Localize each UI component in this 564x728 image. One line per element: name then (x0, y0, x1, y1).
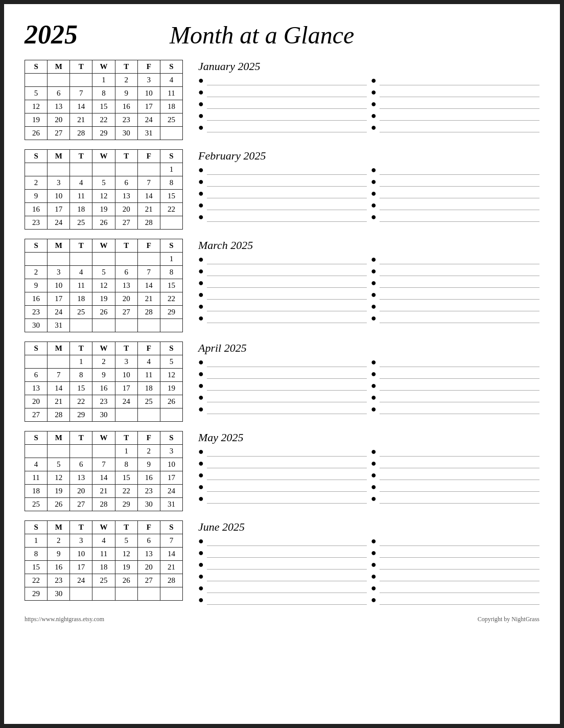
bullet-right: ● (371, 165, 377, 175)
cal-day-cell: 20 (115, 203, 137, 216)
cal-day-cell: 2 (25, 176, 48, 190)
line-segment-left (207, 255, 367, 264)
cal-day-cell: 7 (160, 534, 182, 548)
cal-day-cell: 26 (92, 216, 115, 230)
cal-day-cell: 7 (137, 266, 160, 279)
note-line: ●● (198, 458, 539, 469)
bullet-right: ● (371, 176, 377, 187)
cal-day-cell: 28 (137, 306, 160, 319)
cal-day-cell: 1 (115, 445, 137, 458)
cal-day-cell: 28 (137, 216, 160, 230)
cal-day-cell: 30 (25, 319, 48, 332)
cal-header-cell: T (70, 239, 92, 253)
cal-day-cell: 8 (160, 176, 182, 190)
note-line: ●● (198, 200, 539, 211)
cal-day-cell: 10 (115, 369, 137, 382)
cal-day-cell: 15 (25, 561, 48, 574)
cal-day-cell: 17 (160, 471, 182, 485)
note-line: ●● (198, 75, 539, 86)
cal-day-cell (48, 74, 70, 87)
cal-header-cell: T (70, 521, 92, 534)
bullet-left: ● (198, 212, 204, 222)
year-title: 2025 (25, 19, 78, 50)
note-line: ●● (198, 313, 539, 324)
note-line: ●● (198, 289, 539, 300)
cal-day-cell: 3 (70, 534, 92, 548)
cal-day-cell: 17 (137, 100, 160, 113)
cal-day-cell: 14 (92, 471, 115, 485)
cal-day-cell: 31 (137, 127, 160, 140)
cal-day-cell: 3 (48, 176, 70, 190)
cal-day-cell: 13 (70, 471, 92, 485)
cal-day-cell: 19 (92, 292, 115, 306)
bullet-right: ● (371, 188, 377, 199)
cal-day-cell (115, 587, 137, 601)
cal-day-cell: 7 (92, 458, 115, 471)
cal-day-cell: 19 (160, 382, 182, 395)
line-segment-left (207, 279, 367, 288)
cal-day-cell: 26 (160, 395, 182, 408)
cal-day-cell: 17 (70, 561, 92, 574)
cal-header-cell: F (137, 150, 160, 163)
bullet-left: ● (198, 380, 204, 391)
bullet-right: ● (371, 470, 377, 481)
cal-header-cell: S (25, 60, 48, 74)
cal-day-cell: 18 (70, 292, 92, 306)
note-line: ●● (198, 559, 539, 570)
cal-day-cell: 13 (115, 279, 137, 292)
note-line: ●● (198, 380, 539, 391)
cal-day-cell: 1 (25, 534, 48, 548)
cal-day-cell: 23 (92, 395, 115, 408)
note-line: ●● (198, 176, 539, 187)
cal-day-cell: 23 (115, 113, 137, 127)
line-segment-left (207, 189, 367, 198)
cal-day-cell (25, 355, 48, 369)
bullet-right: ● (371, 289, 377, 300)
bullet-right: ● (371, 571, 377, 582)
note-line: ●● (198, 87, 539, 98)
line-segment-right (380, 393, 539, 402)
cal-day-cell (115, 163, 137, 176)
cal-day-cell: 21 (48, 395, 70, 408)
cal-day-cell: 15 (160, 190, 182, 203)
line-segment-right (380, 314, 539, 323)
bullet-left: ● (198, 548, 204, 558)
cal-day-cell: 23 (25, 306, 48, 319)
cal-day-cell: 30 (92, 408, 115, 422)
cal-day-cell: 14 (70, 100, 92, 113)
note-line: ●● (198, 595, 539, 605)
bullet-right: ● (371, 446, 377, 457)
cal-day-cell: 16 (25, 203, 48, 216)
cal-header-cell: T (115, 150, 137, 163)
bullet-left: ● (198, 176, 204, 187)
cal-day-cell: 3 (115, 355, 137, 369)
cal-day-cell (160, 319, 182, 332)
main-title: Month at a Glance (170, 21, 354, 49)
cal-header-cell: F (137, 342, 160, 355)
cal-day-cell: 24 (137, 113, 160, 127)
bullet-right: ● (371, 75, 377, 86)
bullet-right: ● (371, 482, 377, 492)
cal-day-cell (48, 355, 70, 369)
cal-day-cell: 6 (48, 87, 70, 100)
cal-day-cell: 11 (160, 87, 182, 100)
line-segment-right (380, 537, 539, 546)
cal-day-cell (25, 445, 48, 458)
cal-day-cell: 22 (92, 113, 115, 127)
cal-day-cell: 26 (48, 498, 70, 511)
cal-header-cell: S (25, 150, 48, 163)
cal-day-cell: 18 (137, 382, 160, 395)
cal-day-cell (92, 587, 115, 601)
cal-day-cell: 11 (70, 279, 92, 292)
line-segment-left (207, 111, 367, 121)
cal-day-cell: 9 (25, 279, 48, 292)
cal-header-cell: W (92, 521, 115, 534)
line-segment-right (380, 483, 539, 492)
line-segment-right (380, 111, 539, 121)
cal-day-cell: 6 (25, 369, 48, 382)
cal-header-cell: S (25, 521, 48, 534)
cal-day-cell: 14 (160, 548, 182, 561)
note-line: ●● (198, 369, 539, 379)
cal-day-cell: 9 (137, 458, 160, 471)
cal-day-cell: 28 (70, 127, 92, 140)
